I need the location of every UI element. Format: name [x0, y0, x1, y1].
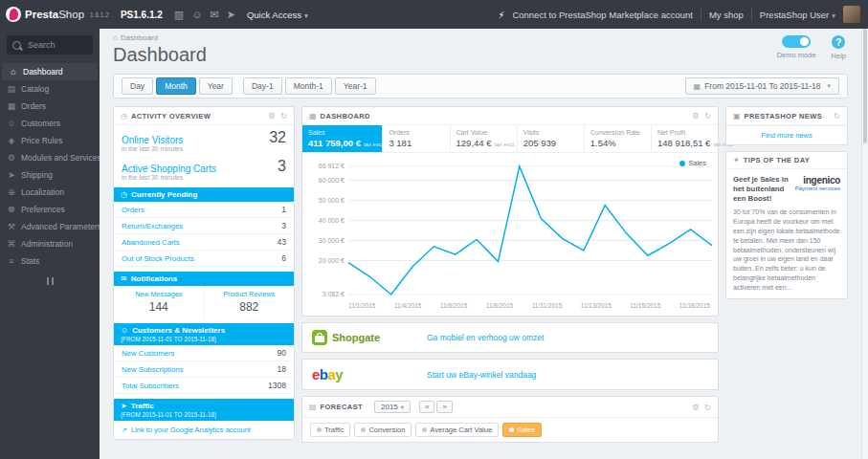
- activity-stat-link[interactable]: Active Shopping Carts: [122, 164, 216, 174]
- kpi-conversion-rate[interactable]: Conversion Rate1.54%: [585, 125, 652, 152]
- kpi-net-profit[interactable]: Net Profit148 918,51 €tax excl.: [652, 125, 718, 152]
- sidebar-search: [7, 35, 93, 55]
- panel-title: FORECAST: [321, 403, 363, 411]
- prestashop-logo[interactable]: PrestaShop 1.6.1.2: [6, 7, 109, 22]
- forecast-nav-button[interactable]: «: [419, 401, 434, 413]
- sidebar-item-catalog[interactable]: ▤Catalog: [0, 80, 100, 98]
- sidebar-item-orders[interactable]: ▦Orders: [0, 98, 100, 115]
- refresh-icon[interactable]: ↻: [704, 403, 711, 412]
- ingenico-subtitle: Payment services: [795, 186, 840, 191]
- customer-icon[interactable]: ☺: [191, 10, 202, 20]
- tips-text: 30 tot 70% van de consumenten in Europa …: [733, 208, 840, 292]
- svg-text:40 000 €: 40 000 €: [319, 217, 345, 224]
- sidebar-item-price-rules[interactable]: ◈Price Rules: [0, 132, 100, 149]
- sidebar-item-localization[interactable]: ⊕Localization: [0, 184, 100, 201]
- forecast-nav-button[interactable]: »: [436, 401, 452, 413]
- topbar: PrestaShop 1.6.1.2 PS1.6.1.2 ▥☺✉➤ Quick …: [0, 0, 868, 29]
- ebay-promo-link[interactable]: Start uw eBay-winkel vandaag: [427, 370, 536, 380]
- orders-icon: ▦: [7, 101, 16, 111]
- panel-tools: ⚙ ↻: [692, 403, 711, 412]
- notification-cell[interactable]: New Messages144: [114, 286, 205, 318]
- page-head: ⌂ Dashboard Dashboard Demo mode ? Help: [100, 29, 861, 68]
- my-shop-link[interactable]: My shop: [709, 10, 744, 20]
- ebay-letter: y: [335, 366, 343, 382]
- scrollbar-thumb[interactable]: [863, 29, 867, 143]
- sidebar-item-label: Catalog: [21, 84, 49, 94]
- row-label: New Customers: [122, 349, 174, 358]
- scrollbar[interactable]: [861, 29, 868, 459]
- list-item[interactable]: Orders1: [114, 202, 294, 218]
- range-button-year-1[interactable]: Year-1: [335, 77, 376, 95]
- row-value: 1: [281, 205, 286, 214]
- activity-stat-link[interactable]: Online Visitors: [122, 135, 183, 145]
- modules-icon: ⚙: [7, 153, 16, 163]
- help-icon[interactable]: ?: [832, 35, 845, 49]
- sidebar-item-administration[interactable]: ⌘Administration: [0, 235, 100, 252]
- shop-name[interactable]: PS1.6.1.2: [121, 10, 163, 20]
- sidebar: ⌂Dashboard▤Catalog▦Orders☺Customers◈Pric…: [0, 29, 100, 459]
- gear-icon[interactable]: ⚙: [692, 111, 700, 120]
- year-select[interactable]: 2015: [374, 401, 411, 413]
- shopgate-promo-link[interactable]: Ga mobiel en verhoog uw omzet: [427, 333, 544, 342]
- forecast-tab-conversion[interactable]: Conversion: [354, 423, 412, 437]
- kpi-value: 129,44 €: [456, 138, 492, 148]
- sidebar-item-shipping[interactable]: ➤Shipping: [0, 166, 100, 184]
- sidebar-item-dashboard[interactable]: ⌂Dashboard: [2, 63, 98, 80]
- notification-cell[interactable]: Product Reviews882: [205, 286, 295, 318]
- sidebar-item-preferences[interactable]: ☸Preferences: [0, 201, 100, 218]
- svg-text:30 000 €: 30 000 €: [319, 237, 345, 244]
- user-menu[interactable]: PrestaShop User: [760, 10, 835, 20]
- range-button-day-1[interactable]: Day-1: [243, 77, 282, 95]
- preferences-icon: ☸: [7, 205, 16, 214]
- forecast-tab-average-cart-value[interactable]: Average Cart Value: [415, 423, 499, 437]
- list-item[interactable]: New Subscriptions18: [114, 361, 294, 378]
- kpi-visits[interactable]: Visits205 939: [518, 125, 585, 152]
- range-button-year[interactable]: Year: [199, 77, 233, 95]
- shipping-icon: ➤: [7, 170, 16, 180]
- forecast-tab-traffic[interactable]: Traffic: [310, 423, 350, 437]
- avatar[interactable]: [843, 6, 860, 23]
- sidebar-item-modules-and-services[interactable]: ⚙Modules and Services: [0, 149, 100, 166]
- promo-ebay: ebay Start uw eBay-winkel vandaag: [301, 359, 719, 390]
- range-button-month[interactable]: Month: [156, 77, 196, 95]
- range-button-day[interactable]: Day: [122, 77, 153, 95]
- range-button-month-1[interactable]: Month-1: [285, 77, 332, 95]
- date-range-picker[interactable]: ▦ From 2015-11-01 To 2015-11-18: [685, 77, 839, 95]
- gear-icon[interactable]: ⚙: [268, 111, 276, 120]
- kpi-sales[interactable]: Sales411 759,00 €tax excl.: [302, 125, 383, 152]
- cart-icon[interactable]: ▥: [174, 10, 184, 20]
- sidebar-item-advanced-parameters[interactable]: ⚒Advanced Parameters: [0, 218, 100, 235]
- collapse-sidebar-button[interactable]: [0, 270, 100, 293]
- quick-access-menu[interactable]: Quick Access: [247, 10, 308, 20]
- refresh-icon[interactable]: ↻: [280, 111, 287, 120]
- list-item[interactable]: New Customers90: [114, 345, 294, 361]
- list-item[interactable]: Abandoned Carts43: [114, 234, 294, 251]
- sidebar-item-stats[interactable]: ≡Stats: [0, 252, 100, 270]
- sidebar-item-customers[interactable]: ☺Customers: [0, 115, 100, 132]
- kpi-cart-value[interactable]: Cart Value129,44 €tax excl.: [451, 125, 518, 152]
- prestashop-news-panel: ▣ PRESTASHOP NEWS ↻ Find more news: [725, 106, 848, 145]
- sidebar-item-label: Preferences: [21, 205, 65, 214]
- list-item[interactable]: Return/Exchanges3: [114, 218, 294, 234]
- demo-mode-toggle[interactable]: [782, 35, 811, 48]
- marketplace-link[interactable]: Connect to PrestaShop Marketplace accoun…: [512, 10, 693, 20]
- list-item[interactable]: Out of Stock Products6: [114, 251, 294, 267]
- refresh-icon[interactable]: ↻: [704, 111, 711, 120]
- google-analytics-link[interactable]: ↗ Link to your Google Analytics account: [114, 421, 294, 439]
- list-item[interactable]: Total Subscribers1308: [114, 378, 294, 394]
- x-axis-label: 11/8/2015: [486, 302, 513, 309]
- help-block: ? Help: [832, 35, 846, 60]
- search-input[interactable]: [26, 39, 87, 51]
- collapse-bar-icon: [52, 277, 54, 285]
- kpi-orders[interactable]: Orders3 181: [383, 125, 450, 152]
- gear-icon[interactable]: ⚙: [692, 403, 700, 412]
- legend-dot-icon: [361, 427, 366, 432]
- messages-icon[interactable]: ✉: [210, 10, 218, 20]
- time-range-toolbar: DayMonthYearDay-1Month-1Year-1 ▦ From 20…: [113, 74, 848, 98]
- topbar-shortcut-icons: ▥☺✉➤: [174, 10, 235, 20]
- pending-rows: Orders1Return/Exchanges3Abandoned Carts4…: [114, 202, 294, 267]
- forecast-tab-sales[interactable]: Sales: [502, 423, 542, 437]
- rocket-icon[interactable]: ➤: [227, 10, 235, 20]
- refresh-icon[interactable]: ↻: [834, 111, 840, 120]
- find-more-news-link[interactable]: Find more news: [726, 125, 847, 144]
